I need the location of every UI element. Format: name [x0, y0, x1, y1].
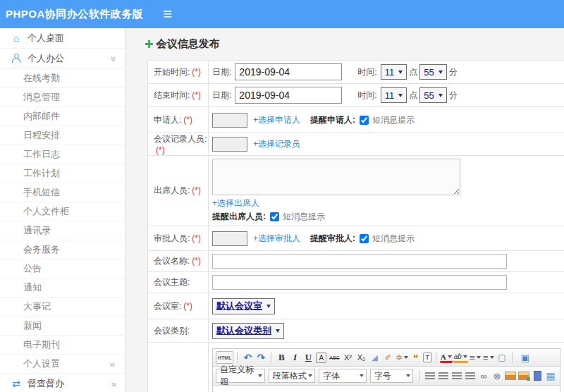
eraser-icon[interactable]: ◢: [368, 351, 381, 364]
field-label: 审批人员:: [154, 233, 190, 243]
paragraph-format-dropdown[interactable]: 段落格式: [269, 369, 315, 383]
choose-approver-link[interactable]: +选择审批人: [253, 233, 300, 245]
meeting-category-select[interactable]: 默认会议类别: [212, 323, 284, 339]
align-center-button[interactable]: [437, 369, 450, 382]
subscript-button[interactable]: X₂: [355, 351, 367, 364]
sidebar-item-notice[interactable]: 通知: [0, 278, 125, 298]
required-mark: (*): [183, 301, 192, 311]
attendees-textarea[interactable]: [212, 159, 460, 195]
end-date-input[interactable]: [235, 87, 342, 104]
sidebar-item-major-events[interactable]: 大事记: [0, 298, 125, 317]
sidebar-item-contacts[interactable]: 通讯录: [0, 221, 125, 240]
sidebar-item-supervision[interactable]: ⇄ 督查督办 »: [0, 374, 125, 392]
superscript-button[interactable]: X²: [341, 351, 354, 364]
html-source-button[interactable]: HTML: [216, 351, 233, 364]
bold-button[interactable]: B: [275, 351, 288, 364]
field-label: 会议记录人员:: [154, 134, 207, 144]
meeting-room-select[interactable]: 默认会议室: [212, 298, 275, 314]
align-justify-button[interactable]: [464, 369, 477, 382]
unordered-list-button[interactable]: ≡: [482, 351, 495, 364]
highlight-color-button[interactable]: ab: [453, 353, 468, 363]
required-mark: (*): [192, 90, 201, 100]
sidebar-item-schedule[interactable]: 日程安排: [0, 126, 125, 145]
align-left-button[interactable]: [424, 369, 436, 382]
remind-approver-label: 提醒审批人:: [310, 233, 355, 245]
ordered-list-button[interactable]: ≡: [469, 351, 482, 364]
caret-down-icon: [439, 71, 443, 74]
font-family-dropdown[interactable]: 字体: [319, 369, 367, 383]
paste-as-text-button[interactable]: T: [423, 353, 432, 362]
end-minute-select[interactable]: 55: [419, 87, 446, 103]
auto-typeset-button[interactable]: ✲: [395, 351, 408, 364]
font-size-dropdown[interactable]: 字号: [370, 369, 413, 383]
sidebar-item-announcement[interactable]: 公告: [0, 259, 125, 278]
minute-unit: 分: [449, 66, 458, 78]
italic-button[interactable]: I: [288, 351, 301, 364]
start-hour-select[interactable]: 11: [381, 64, 407, 80]
underline-button[interactable]: U: [302, 351, 314, 364]
choose-applicant-link[interactable]: +选择申请人: [253, 114, 300, 126]
field-label: 申请人:: [154, 115, 181, 125]
chevron-right-icon: »: [110, 359, 115, 369]
sidebar-item-label: 个人办公: [27, 52, 64, 65]
font-color-button[interactable]: A: [440, 353, 453, 363]
chevron-right-icon: »: [111, 379, 116, 389]
sidebar-item-personal-desktop[interactable]: ⌂ 个人桌面: [0, 28, 125, 49]
choose-recorder-link[interactable]: +选择记录员: [253, 138, 300, 150]
sidebar-item-online-attendance[interactable]: 在线考勤: [0, 69, 125, 88]
strikethrough-button[interactable]: ABC: [328, 351, 341, 364]
shuffle-icon: ⇄: [10, 378, 23, 389]
blockquote-button[interactable]: ❝: [410, 351, 422, 364]
choose-attendees-link[interactable]: +选择出席人: [212, 198, 259, 208]
hour-unit: 点: [409, 90, 417, 102]
link-button[interactable]: ∞: [477, 369, 490, 382]
sidebar-item-e-journal[interactable]: 电子期刊: [0, 336, 125, 355]
sidebar-item-mobile-sms[interactable]: 手机短信: [0, 183, 125, 202]
upload-image-button[interactable]: [517, 369, 530, 382]
redo-button[interactable]: ↷: [255, 351, 267, 364]
undo-button[interactable]: ↶: [241, 351, 254, 364]
approver-sms-checkbox[interactable]: [360, 234, 369, 243]
sidebar-item-news[interactable]: 新闻: [0, 317, 125, 336]
sidebar-item-personal-file-cabinet[interactable]: 个人文件柜: [0, 202, 125, 221]
sidebar-item-work-log[interactable]: 工作日志: [0, 145, 125, 164]
hamburger-menu-icon[interactable]: ≡: [163, 6, 172, 22]
insert-image-button[interactable]: [504, 369, 517, 382]
approver-input[interactable]: [212, 231, 247, 246]
toolbar-separator: [271, 352, 271, 363]
font-border-button[interactable]: A: [316, 353, 326, 363]
unlink-button[interactable]: ⊗: [491, 369, 503, 382]
sidebar-item-meeting-services[interactable]: 会务服务: [0, 240, 125, 259]
editor-toolbar-row2: 自定义标题 段落格式 字体 字号 ∞ ⊗: [213, 367, 560, 386]
sidebar-item-personal-office[interactable]: 个人办公 »: [0, 49, 125, 69]
sidebar-item-message-management[interactable]: 消息管理: [0, 88, 125, 107]
caret-down-icon: [360, 374, 364, 377]
custom-title-dropdown[interactable]: 自定义标题: [216, 369, 265, 383]
date-label: 日期:: [212, 66, 231, 78]
meeting-name-input[interactable]: [212, 254, 507, 269]
recorder-input[interactable]: [212, 137, 247, 152]
person-icon: [10, 53, 23, 64]
start-minute-select[interactable]: 55: [419, 64, 446, 80]
insert-table-button[interactable]: ▦: [544, 369, 557, 382]
sidebar-item-work-plan[interactable]: 工作计划: [0, 164, 125, 183]
insert-media-button[interactable]: [531, 369, 544, 382]
sidebar-item-personal-settings[interactable]: 个人设置 »: [0, 355, 125, 374]
rich-text-editor: HTML ↶ ↷ B I U A ABC X² X₂ ◢: [212, 348, 560, 392]
end-hour-select[interactable]: 11: [381, 87, 407, 103]
sms-hint-label: 短消息提示: [372, 114, 415, 126]
attendees-sms-checkbox[interactable]: [270, 212, 279, 221]
sidebar-item-internal-mail[interactable]: 内部邮件: [0, 107, 125, 126]
editor-content-area[interactable]: [213, 386, 560, 392]
form-row-recorder: 会议记录人员:(*) +选择记录员: [148, 133, 564, 156]
preview-button[interactable]: ▣: [519, 351, 532, 364]
applicant-sms-checkbox[interactable]: [360, 116, 369, 125]
applicant-input[interactable]: [212, 113, 247, 128]
start-date-input[interactable]: [235, 63, 342, 80]
clean-format-icon[interactable]: ✐: [381, 351, 394, 364]
align-right-button[interactable]: [450, 369, 463, 382]
new-page-button[interactable]: ▢: [496, 351, 508, 364]
caret-down-icon: [477, 356, 481, 359]
field-label: 开始时间:: [154, 67, 190, 77]
meeting-topic-input[interactable]: [212, 275, 507, 290]
